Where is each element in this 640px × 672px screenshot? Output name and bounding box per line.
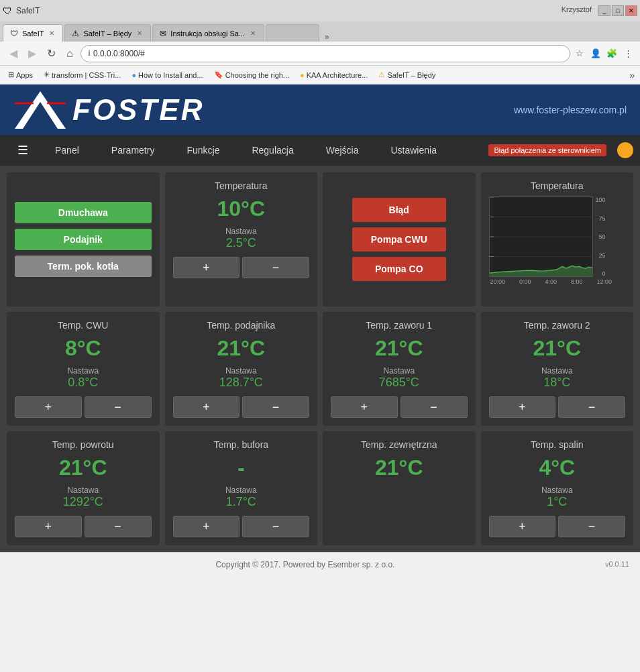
term-pok-button[interactable]: Term. pok. kotła: [15, 256, 152, 277]
bookmark-apps-icon: ⊞: [8, 70, 14, 79]
temperature-chart: [489, 197, 593, 277]
back-button[interactable]: ◀: [5, 46, 21, 62]
address-bar[interactable]: ℹ 0.0.0.0:8000/#: [81, 45, 570, 62]
card-temp-spalin-value: 4°C: [489, 455, 626, 480]
nav-regulacja[interactable]: Regulacja: [235, 135, 309, 166]
nav-wejscia[interactable]: Wejścia: [310, 135, 375, 166]
card-temp-bufora-plus[interactable]: +: [173, 516, 240, 537]
bookmark-safeit-bledy[interactable]: ⚠ SafeIT – Błędy: [376, 69, 438, 80]
card-temp-zewnetrzna-title: Temp. zewnętrzna: [331, 439, 468, 450]
bookmark-kaa-icon: ●: [300, 71, 305, 79]
bookmark-choosing-label: Choosing the righ...: [225, 71, 289, 79]
home-button[interactable]: ⌂: [62, 46, 78, 62]
chart-y-label-50: 50: [596, 233, 606, 240]
logo-svg: [13, 90, 67, 130]
tab-close-instrukcja[interactable]: ✕: [249, 30, 257, 37]
bookmark-howto-icon: ●: [131, 71, 136, 79]
card-temp-zaworu1-value: 21°C: [331, 336, 468, 361]
tab-instrukcja[interactable]: ✉ Instrukcja obsługi Sa... ✕: [152, 24, 264, 42]
card-temp-zaworu2-setpoint: 18°C: [489, 376, 626, 390]
pompa-cwu-button[interactable]: Pompa CWU: [352, 227, 446, 251]
card-temp-bufora-value: -: [173, 455, 310, 480]
pompa-co-button[interactable]: Pompa CO: [352, 257, 446, 281]
nav-funkcje[interactable]: Funkcje: [170, 135, 235, 166]
chart-y-labels: 100 75 50 25 0: [596, 197, 607, 277]
bookmark-kaa[interactable]: ● KAA Architecture...: [297, 70, 370, 80]
blad-button[interactable]: Błąd: [352, 198, 446, 222]
chart-y-label-100: 100: [596, 197, 606, 203]
refresh-button[interactable]: ↻: [43, 46, 59, 62]
bookmarks-more-button[interactable]: »: [629, 70, 635, 80]
main-temp-plus-button[interactable]: +: [173, 257, 240, 278]
dashboard: Dmuchawa Podajnik Term. pok. kotła Tempe…: [0, 166, 640, 552]
status-card: Błąd Pompa CWU Pompa CO: [323, 172, 476, 306]
bookmark-safeit-bledy-label: SafeIT – Błędy: [387, 71, 435, 79]
card-temp-zaworu1: Temp. zaworu 1 21°C Nastawa 7685°C + −: [323, 312, 476, 426]
tab-bledy[interactable]: ⚠ SafeIT – Błędy ✕: [64, 24, 151, 42]
card-temp-zaworu2-minus[interactable]: −: [558, 396, 625, 418]
maximize-button[interactable]: □: [612, 5, 624, 16]
card-temp-powrotu-plus[interactable]: +: [15, 516, 82, 537]
card-temp-cwu-buttons: + −: [15, 396, 152, 418]
bookmark-transform[interactable]: ✳ transform | CSS-Tri...: [41, 69, 123, 80]
card-temp-spalin-label: Nastawa: [489, 486, 626, 495]
bookmark-howto-label: How to Install and...: [138, 71, 203, 79]
chart-y-label-75: 75: [596, 215, 606, 222]
card-temp-zaworu2-value: 21°C: [489, 336, 626, 361]
card-temp-zaworu2-title: Temp. zaworu 2: [489, 320, 626, 331]
card-temp-spalin-minus[interactable]: −: [558, 516, 625, 537]
nav-menu: ☰ Panel Parametry Funkcje Regulacja Wejś…: [0, 135, 640, 166]
tabs-more-button[interactable]: »: [321, 32, 333, 42]
tab-label-bledy: SafeIT – Błędy: [83, 30, 131, 38]
card-temp-powrotu-value: 21°C: [15, 455, 152, 480]
card-temp-podajnika-plus[interactable]: +: [173, 396, 240, 418]
card-temp-bufora-minus[interactable]: −: [242, 516, 309, 537]
extensions-icon[interactable]: 🧩: [605, 47, 619, 60]
card-temp-cwu-setpoint: 0.8°C: [15, 376, 152, 390]
card-temp-spalin-title: Temp. spalin: [489, 439, 626, 450]
hamburger-menu[interactable]: ☰: [7, 143, 39, 158]
card-temp-bufora-label: Nastawa: [173, 486, 310, 495]
card-temp-zaworu1-plus[interactable]: +: [331, 396, 398, 418]
nav-right: ☆ 👤 🧩 ⋮: [573, 47, 635, 60]
bookmark-choosing[interactable]: 🔖 Choosing the righ...: [211, 69, 292, 80]
bookmark-kaa-label: KAA Architecture...: [307, 71, 368, 79]
card-temp-powrotu-minus[interactable]: −: [85, 516, 152, 537]
main-temp-minus-button[interactable]: −: [242, 257, 309, 278]
card-temp-podajnika-minus[interactable]: −: [242, 396, 309, 418]
card-temp-zewnetrzna: Temp. zewnętrzna 21°C + −: [323, 431, 476, 545]
forward-button[interactable]: ▶: [24, 46, 40, 62]
card-temp-zaworu2-plus[interactable]: +: [489, 396, 556, 418]
chart-x-2000: 20:00: [490, 278, 506, 285]
card-temp-spalin: Temp. spalin 4°C Nastawa 1°C + −: [481, 431, 634, 545]
nav-panel[interactable]: Panel: [39, 135, 95, 166]
chart-x-0400: 4:00: [545, 278, 557, 285]
profile-icon[interactable]: 👤: [589, 47, 602, 60]
error-tooltip: Błąd połączenia ze sterownikiem: [488, 144, 606, 156]
title-bar: 🛡 SafeIT Krzysztof _ □ ✕: [0, 0, 640, 21]
dmuchawa-button[interactable]: Dmuchawa: [15, 202, 152, 223]
bookmark-icon[interactable]: ☆: [573, 47, 586, 60]
nav-ustawienia[interactable]: Ustawienia: [374, 135, 452, 166]
card-temp-cwu-plus[interactable]: +: [15, 396, 82, 418]
tab-close-bledy[interactable]: ✕: [136, 30, 144, 37]
tabs-bar: 🛡 SafeIT ✕ ⚠ SafeIT – Błędy ✕ ✉ Instrukc…: [0, 21, 640, 42]
website-text: www.foster-pleszew.com.pl: [514, 105, 627, 115]
card-temp-spalin-setpoint: 1°C: [489, 495, 626, 509]
card-temp-powrotu-label: Nastawa: [15, 486, 152, 495]
card-temp-spalin-plus[interactable]: +: [489, 516, 556, 537]
minimize-button[interactable]: _: [598, 5, 610, 16]
tab-safeit[interactable]: 🛡 SafeIT ✕: [3, 24, 63, 42]
chart-x-0000: 0:00: [519, 278, 531, 285]
bookmark-apps[interactable]: ⊞ Apps: [5, 69, 36, 80]
nav-parametry[interactable]: Parametry: [95, 135, 171, 166]
chart-y-label-25: 25: [596, 252, 606, 259]
bookmark-howto[interactable]: ● How to Install and...: [129, 70, 205, 80]
menu-icon[interactable]: ⋮: [621, 47, 635, 60]
podajnik-button[interactable]: Podajnik: [15, 229, 152, 250]
card-temp-zaworu1-minus[interactable]: −: [401, 396, 468, 418]
close-button[interactable]: ✕: [625, 5, 637, 16]
card-temp-cwu-minus[interactable]: −: [85, 396, 152, 418]
tab-close-safeit[interactable]: ✕: [48, 30, 56, 37]
title-bar-left: 🛡 SafeIT: [3, 5, 40, 16]
